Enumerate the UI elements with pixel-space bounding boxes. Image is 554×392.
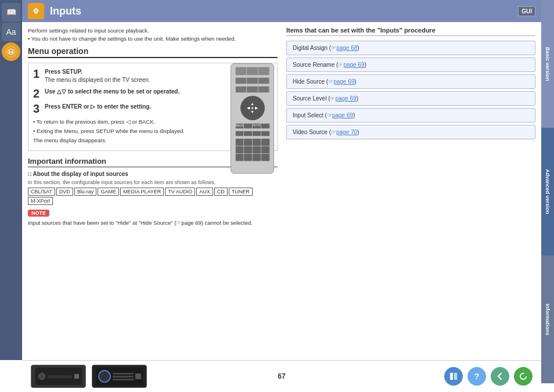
dpad: ▲◀ ● ▶▼ (240, 96, 265, 120)
tag-tvaudio: TV AUDIO (165, 188, 195, 196)
item-input-select-ref: (☞page 69) (325, 112, 355, 118)
menu-item-digital-assign[interactable]: Digital Assign (☞page 68) (286, 41, 535, 55)
tag-tuner: TUNER (229, 188, 253, 196)
footer-refresh-icon[interactable] (514, 367, 533, 386)
step-1-normal: The menu is displayed on the TV screen. (45, 77, 150, 83)
step-1-number: 1 (33, 68, 42, 80)
item-source-level-ref: (☞page 69) (328, 95, 358, 102)
page-title: Inputs (50, 5, 81, 17)
footer-book-icon[interactable] (444, 367, 463, 386)
tag-cblsat: CBL/SAT (28, 188, 55, 196)
menu-item-input-select[interactable]: Input Select (☞page 69) (286, 108, 535, 123)
subsection-text: In this section, the configurable input … (28, 179, 278, 185)
footer-devices (31, 365, 147, 388)
step-3-bold: Press ENTER or ▷ to enter the setting. (45, 103, 151, 110)
tag-dvd: DVD (56, 188, 73, 196)
footer-back-icon[interactable] (491, 367, 509, 386)
tag-mxport: M-XPort (28, 197, 53, 205)
footer-icons: ? (444, 367, 533, 386)
intro-line1: Perform settings related to input source… (28, 27, 278, 34)
menu-item-source-level[interactable]: Source Level (☞page 69) (286, 91, 535, 106)
items-title: Items that can be set with the "Inputs" … (286, 27, 535, 36)
footer: 67 ? (22, 360, 541, 392)
tag-aux: AUX (196, 188, 213, 196)
input-tags-list: CBL/SAT DVD Blu-ray GAME MEDIA PLAYER TV… (28, 188, 278, 205)
note-badge: NOTE (28, 210, 49, 217)
item-source-level-label: Source Level (293, 95, 326, 102)
inputs-icon (28, 3, 44, 19)
intro-text: Perform settings related to input source… (28, 27, 278, 43)
device-image-2 (92, 365, 147, 388)
item-video-source-label: Video Source (293, 129, 328, 135)
svg-rect-1 (9, 51, 10, 53)
step-1-bold: Press SETUP. (45, 69, 82, 75)
left-panel: Perform settings related to input source… (28, 27, 278, 227)
menu-operation-title: Menu operation (28, 46, 278, 58)
sidebar-icon-gui[interactable] (2, 42, 20, 61)
page-number: 67 (278, 372, 285, 380)
remote-illustration: ▲◀ ● ▶▼ BACK SETUP (231, 63, 274, 174)
footer-help-icon[interactable]: ? (467, 367, 486, 386)
svg-rect-2 (12, 51, 13, 53)
left-sidebar: 📖 Aa (0, 0, 22, 360)
step-2-number: 2 (33, 88, 42, 99)
right-panel: Items that can be set with the "Inputs" … (286, 27, 535, 227)
steps-container: 1 Press SETUP. The menu is displayed on … (28, 63, 278, 152)
sidebar-icon-book[interactable]: 📖 (2, 3, 20, 21)
item-digital-assign-ref: (☞page 68) (329, 45, 359, 51)
intro-line2: • You do not have to change the settings… (28, 35, 278, 42)
item-hide-source-label: Hide Source (293, 78, 325, 85)
item-video-source-ref: (☞page 70) (329, 129, 359, 135)
menu-item-video-source[interactable]: Video Source (☞page 70) (286, 125, 535, 139)
step-3-number: 3 (33, 103, 42, 114)
menu-item-hide-source[interactable]: Hide Source (☞page 69) (286, 74, 535, 89)
tag-cd: CD (214, 188, 228, 196)
svg-point-0 (6, 46, 16, 57)
item-source-rename-ref: (☞page 69) (336, 62, 366, 68)
gui-badge: GUI (518, 6, 535, 16)
item-digital-assign-label: Digital Assign (293, 45, 328, 51)
menu-item-source-rename[interactable]: Source Rename (☞page 69) (286, 57, 535, 72)
content-body: Perform settings related to input source… (22, 22, 541, 232)
tab-basic-version[interactable]: Basic version (541, 0, 554, 128)
device-image-1 (31, 365, 86, 388)
tag-game: GAME (98, 188, 119, 196)
item-input-select-label: Input Select (293, 112, 323, 118)
tag-mediaplayer: MEDIA PLAYER (120, 188, 164, 196)
page-header: Inputs GUI (22, 0, 541, 22)
tag-bluray: Blu-ray (74, 188, 97, 196)
tab-informations[interactable]: Informations (541, 256, 554, 383)
item-hide-source-ref: (☞page 69) (326, 78, 357, 85)
step-2-bold: Use △▽ to select the menu to be set or o… (45, 88, 179, 95)
right-sidebar: Basic version Advanced version Informati… (541, 0, 554, 392)
tab-advanced-version[interactable]: Advanced version (541, 128, 554, 256)
main-content: Inputs GUI Perform settings related to i… (22, 0, 541, 360)
note-text: Input sources that have been set to "Hid… (28, 219, 278, 226)
sidebar-icon-font[interactable]: Aa (2, 23, 20, 41)
item-source-rename-label: Source Rename (293, 62, 334, 68)
